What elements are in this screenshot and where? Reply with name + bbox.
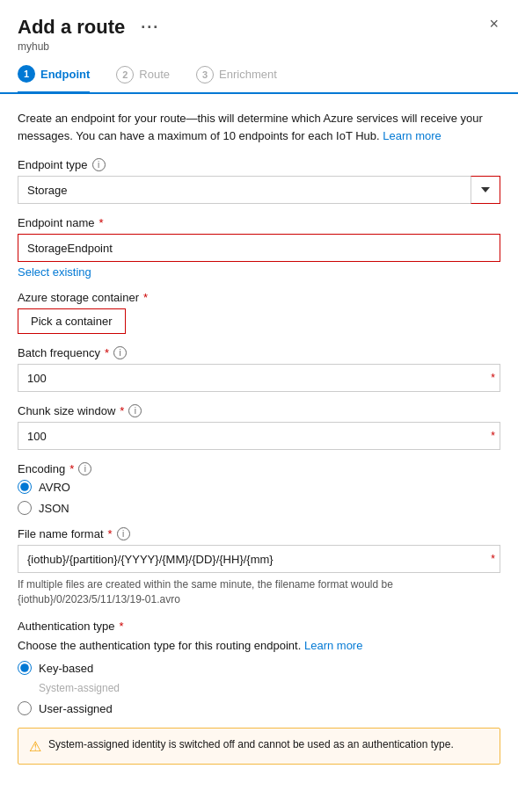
hub-name: myhub — [18, 40, 159, 53]
chevron-down-icon — [481, 187, 490, 192]
encoding-group: Encoding * i AVRO JSON — [18, 462, 500, 515]
title-text: Add a route — [18, 16, 125, 39]
close-button[interactable]: × — [487, 16, 500, 32]
file-name-format-group: File name format * i * If multiple files… — [18, 527, 500, 607]
endpoint-type-group: Endpoint type i Storage Event Hubs Servi… — [18, 158, 500, 204]
azure-storage-required: * — [143, 291, 148, 304]
auth-key-based-option[interactable]: Key-based — [18, 661, 500, 675]
azure-storage-container-label: Azure storage container * — [18, 291, 500, 304]
endpoint-type-info-icon[interactable]: i — [92, 158, 106, 171]
warning-text: System-assigned identity is switched off… — [48, 737, 454, 752]
panel-header: Add a route ··· myhub × — [0, 0, 518, 56]
endpoint-name-label: Endpoint name * — [18, 216, 500, 229]
auth-user-assigned-option[interactable]: User-assigned — [18, 701, 500, 715]
step-route-circle: 2 — [116, 66, 134, 83]
warning-box: ⚠ System-assigned identity is switched o… — [18, 728, 500, 765]
step-enrichment[interactable]: 3 Enrichment — [196, 66, 277, 92]
auth-key-based-label: Key-based — [39, 662, 93, 675]
auth-system-assigned-sublabel: System-assigned — [39, 682, 500, 694]
endpoint-name-required: * — [98, 216, 103, 229]
step-route[interactable]: 2 Route — [116, 66, 170, 92]
file-name-hint: If multiple files are created within the… — [18, 577, 500, 607]
learn-more-link[interactable]: Learn more — [383, 129, 441, 142]
file-name-format-input[interactable] — [18, 545, 500, 573]
file-name-format-info-icon[interactable]: i — [117, 527, 130, 540]
encoding-avro-option[interactable]: AVRO — [18, 480, 500, 494]
encoding-avro-label: AVRO — [39, 481, 70, 494]
warning-icon: ⚠ — [29, 738, 41, 755]
encoding-json-label: JSON — [39, 502, 69, 515]
auth-type-group: Authentication type * Choose the authent… — [18, 620, 500, 716]
chunk-size-info-icon[interactable]: i — [128, 404, 142, 417]
content-area: Create an endpoint for your route—this w… — [0, 94, 518, 782]
endpoint-type-label: Endpoint type i — [18, 158, 500, 171]
batch-frequency-input[interactable] — [18, 364, 500, 392]
pick-container-button[interactable]: Pick a container — [18, 308, 126, 334]
info-paragraph: Create an endpoint for your route—this w… — [18, 110, 500, 144]
encoding-json-option[interactable]: JSON — [18, 501, 500, 515]
step-enrichment-circle: 3 — [196, 66, 214, 83]
auth-type-learn-more-link[interactable]: Learn more — [304, 639, 362, 652]
encoding-json-radio[interactable] — [18, 501, 32, 515]
batch-frequency-group: Batch frequency * i * — [18, 346, 500, 392]
step-endpoint-circle: 1 — [18, 65, 35, 83]
step-endpoint[interactable]: 1 Endpoint — [18, 65, 90, 94]
more-options-button[interactable]: ··· — [141, 18, 159, 37]
step-enrichment-label: Enrichment — [219, 68, 277, 81]
chunk-size-input[interactable] — [18, 422, 500, 450]
step-route-label: Route — [139, 68, 170, 81]
chunk-size-input-wrapper: * — [18, 422, 500, 450]
encoding-info-icon[interactable]: i — [78, 462, 91, 475]
steps-bar: 1 Endpoint 2 Route 3 Enrichment — [0, 56, 518, 94]
endpoint-name-group: Endpoint name * Select existing — [18, 216, 500, 279]
file-name-format-required: * — [108, 527, 113, 540]
endpoint-type-select-wrapper: Storage Event Hubs Service Bus Queue Ser… — [18, 176, 500, 204]
endpoint-type-select[interactable]: Storage Event Hubs Service Bus Queue Ser… — [18, 176, 500, 204]
batch-frequency-required: * — [105, 346, 109, 359]
select-existing-link[interactable]: Select existing — [18, 265, 91, 279]
endpoint-name-input[interactable] — [18, 234, 500, 262]
panel-title: Add a route ··· — [18, 16, 159, 39]
batch-frequency-label: Batch frequency * i — [18, 346, 500, 359]
add-route-panel: Add a route ··· myhub × 1 Endpoint 2 Rou… — [0, 0, 518, 812]
auth-key-based-radio[interactable] — [18, 661, 32, 675]
batch-frequency-input-wrapper: * — [18, 364, 500, 392]
endpoint-type-dropdown-button[interactable] — [471, 176, 500, 204]
batch-frequency-info-icon[interactable]: i — [113, 346, 127, 359]
step-endpoint-label: Endpoint — [40, 68, 90, 81]
header-left: Add a route ··· myhub — [18, 16, 159, 53]
auth-type-required: * — [120, 620, 124, 633]
encoding-avro-radio[interactable] — [18, 480, 32, 494]
chunk-size-window-label: Chunk size window * i — [18, 404, 500, 417]
auth-type-label: Authentication type * — [18, 620, 500, 633]
encoding-radio-group: AVRO JSON — [18, 480, 500, 515]
chunk-size-window-group: Chunk size window * i * — [18, 404, 500, 450]
file-name-format-input-wrapper: * — [18, 545, 500, 573]
auth-type-description: Choose the authentication type for this … — [18, 637, 500, 655]
chunk-size-required: * — [120, 404, 124, 417]
azure-storage-container-group: Azure storage container * Pick a contain… — [18, 291, 500, 334]
file-name-format-label: File name format * i — [18, 527, 500, 540]
auth-user-assigned-radio[interactable] — [18, 701, 32, 715]
auth-user-assigned-label: User-assigned — [39, 702, 113, 715]
encoding-label: Encoding * i — [18, 462, 500, 475]
encoding-required: * — [69, 462, 74, 475]
auth-type-radio-group: Key-based System-assigned User-assigned — [18, 661, 500, 715]
